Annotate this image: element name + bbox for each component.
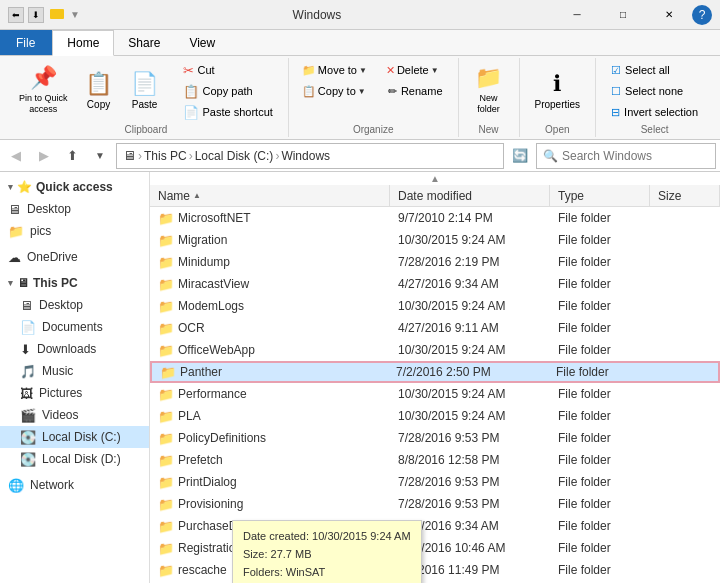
downloads-icon: ⬇ [20, 342, 31, 357]
desktop-pc-icon: 🖥 [20, 298, 33, 313]
table-row[interactable]: 📁PolicyDefinitions7/28/2016 9:53 PMFile … [150, 427, 720, 449]
tab-home[interactable]: Home [52, 30, 114, 56]
file-date-cell: 7/28/2016 9:53 PM [390, 431, 550, 445]
ribbon-content: 📌 Pin to Quickaccess 📋 Copy 📄 Paste [0, 56, 720, 139]
refresh-button[interactable]: 🔄 [508, 144, 532, 168]
paste-button[interactable]: 📄 Paste [123, 60, 167, 120]
table-row[interactable]: 📁ModemLogs10/30/2015 9:24 AMFile folder [150, 295, 720, 317]
expand-button[interactable]: ▼ [88, 144, 112, 168]
table-row[interactable]: 📁OCR4/27/2016 9:11 AMFile folder [150, 317, 720, 339]
new-folder-button[interactable]: 📁 Newfolder [467, 60, 511, 120]
maximize-button[interactable]: □ [600, 0, 646, 30]
network-label: Network [30, 478, 74, 492]
copy-to-button[interactable]: 📋 Copy to ▼ [297, 81, 372, 101]
scroll-up-indicator: ▲ [150, 172, 720, 185]
pin-icon: 📌 [30, 65, 57, 91]
sidebar-item-music[interactable]: 🎵 Music [0, 360, 149, 382]
organize-content: 📁 Move to ▼ 📋 Copy to ▼ ✕ Delete [297, 60, 450, 122]
quick-icon-1[interactable]: ⬅ [8, 7, 24, 23]
select-all-button[interactable]: ☑ Select all [604, 60, 705, 80]
rename-icon: ✏ [388, 85, 397, 98]
table-row[interactable]: 📁MiracastView4/27/2016 9:34 AMFile folde… [150, 273, 720, 295]
sidebar-item-pictures[interactable]: 🖼 Pictures [0, 382, 149, 404]
sidebar-item-network[interactable]: 🌐 Network [0, 474, 149, 496]
properties-label: Properties [535, 99, 581, 110]
desktop-icon: 🖥 [8, 202, 21, 217]
invert-selection-button[interactable]: ⊟ Invert selection [604, 102, 705, 122]
table-row[interactable]: 📁MicrosoftNET9/7/2010 2:14 PMFile folder [150, 207, 720, 229]
organize-col-2: ✕ Delete ▼ ✏ Rename [381, 60, 450, 101]
copy-path-button[interactable]: 📋 Copy path [176, 81, 280, 101]
ribbon-group-new: 📁 Newfolder New [459, 58, 520, 137]
delete-button[interactable]: ✕ Delete ▼ [381, 60, 450, 80]
folder-icon: 📁 [160, 365, 176, 380]
select-all-icon: ☑ [611, 64, 621, 77]
table-row[interactable]: 📁PLA10/30/2015 9:24 AMFile folder [150, 405, 720, 427]
copy-to-icon: 📋 [302, 85, 316, 98]
folder-icon: 📁 [158, 519, 174, 534]
file-name-cell: 📁OCR [150, 321, 390, 336]
sidebar-item-downloads[interactable]: ⬇ Downloads [0, 338, 149, 360]
table-row[interactable]: 📁Prefetch8/8/2016 12:58 PMFile folder [150, 449, 720, 471]
sidebar-item-videos[interactable]: 🎬 Videos [0, 404, 149, 426]
minimize-button[interactable]: ─ [554, 0, 600, 30]
path-this-pc[interactable]: This PC [144, 149, 187, 163]
sidebar-item-local-disk-d[interactable]: 💽 Local Disk (D:) [0, 448, 149, 470]
music-label: Music [42, 364, 73, 378]
col-header-type[interactable]: Type [550, 185, 650, 206]
tab-share[interactable]: Share [114, 30, 175, 55]
pin-to-quick-access-button[interactable]: 📌 Pin to Quickaccess [12, 60, 75, 120]
new-label: New [478, 122, 498, 135]
close-button[interactable]: ✕ [646, 0, 692, 30]
table-row[interactable]: 📁Provisioning7/28/2016 9:53 PMFile folde… [150, 493, 720, 515]
table-row[interactable]: 📁Performance10/30/2015 9:24 AMFile folde… [150, 383, 720, 405]
forward-button[interactable]: ▶ [32, 144, 56, 168]
file-type-cell: File folder [550, 497, 650, 511]
sidebar: ▾ ⭐ Quick access 🖥 Desktop 📁 pics ☁ OneD… [0, 172, 150, 583]
back-button[interactable]: ◀ [4, 144, 28, 168]
table-row[interactable]: 📁Migration10/30/2015 9:24 AMFile folder [150, 229, 720, 251]
file-date-cell: 10/30/2015 9:24 AM [390, 387, 550, 401]
table-row[interactable]: 📁Minidump7/28/2016 2:19 PMFile folder [150, 251, 720, 273]
sidebar-item-documents[interactable]: 📄 Documents [0, 316, 149, 338]
quick-icon-2[interactable]: ⬇ [28, 7, 44, 23]
folder-icon: 📁 [158, 563, 174, 578]
tooltip-line-2: Size: 27.7 MB [243, 545, 411, 563]
rename-label: Rename [401, 85, 443, 97]
cut-button[interactable]: ✂ Cut [176, 60, 280, 80]
sidebar-item-desktop-pc[interactable]: 🖥 Desktop [0, 294, 149, 316]
file-type-cell: File folder [550, 321, 650, 335]
properties-icon: ℹ [553, 71, 561, 97]
file-date-cell: 8/8/2016 12:58 PM [390, 453, 550, 467]
sidebar-item-local-disk-c[interactable]: 💽 Local Disk (C:) [0, 426, 149, 448]
select-none-button[interactable]: ☐ Select none [604, 81, 705, 101]
table-row[interactable]: 📁Panther7/2/2016 2:50 PMFile folder [150, 361, 720, 383]
col-header-date[interactable]: Date modified [390, 185, 550, 206]
tab-file[interactable]: File [0, 30, 52, 55]
sidebar-item-pics[interactable]: 📁 pics [0, 220, 149, 242]
file-type-cell: File folder [550, 299, 650, 313]
rename-button[interactable]: ✏ Rename [381, 81, 450, 101]
path-windows[interactable]: Windows [281, 149, 330, 163]
path-icon: 🖥 [123, 148, 136, 163]
col-header-name[interactable]: Name ▲ [150, 185, 390, 206]
address-path[interactable]: 🖥 › This PC › Local Disk (C:) › Windows [116, 143, 504, 169]
table-row[interactable]: 📁PrintDialog7/28/2016 9:53 PMFile folder [150, 471, 720, 493]
search-input[interactable] [562, 149, 709, 163]
sidebar-this-pc-header[interactable]: ▾ 🖥 This PC [0, 272, 149, 294]
table-row[interactable]: 📁OfficeWebApp10/30/2015 9:24 AMFile fold… [150, 339, 720, 361]
properties-button[interactable]: ℹ Properties [528, 60, 588, 120]
title-bar-arrow: ▼ [70, 9, 80, 20]
sidebar-item-onedrive[interactable]: ☁ OneDrive [0, 246, 149, 268]
tab-view[interactable]: View [175, 30, 230, 55]
path-local-disk[interactable]: Local Disk (C:) [195, 149, 274, 163]
paste-shortcut-button[interactable]: 📄 Paste shortcut [176, 102, 280, 122]
folder-icon: 📁 [158, 431, 174, 446]
up-button[interactable]: ⬆ [60, 144, 84, 168]
move-to-button[interactable]: 📁 Move to ▼ [297, 60, 372, 80]
help-button[interactable]: ? [692, 5, 712, 25]
col-header-size[interactable]: Size [650, 185, 720, 206]
sidebar-item-desktop-qa[interactable]: 🖥 Desktop [0, 198, 149, 220]
copy-button[interactable]: 📋 Copy [77, 60, 121, 120]
sidebar-quick-access-header[interactable]: ▾ ⭐ Quick access [0, 176, 149, 198]
